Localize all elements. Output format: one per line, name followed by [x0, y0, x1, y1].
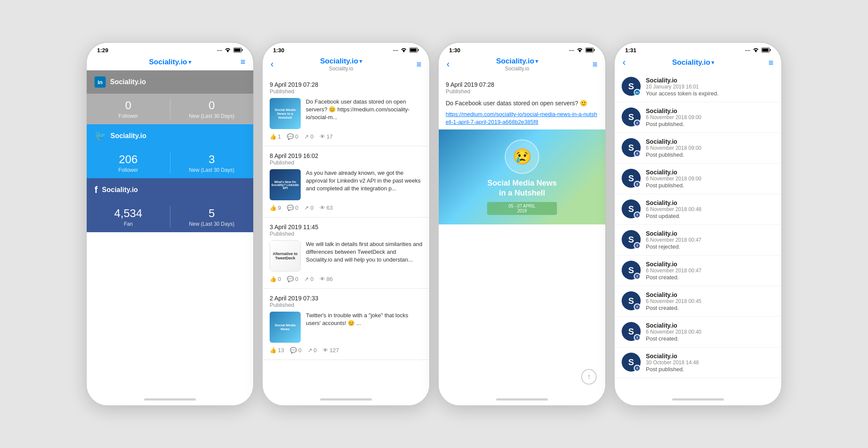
chevron-down-icon-1[interactable]: ▾	[189, 59, 191, 65]
status-time-4: 1:31	[625, 47, 636, 54]
notification-item-4[interactable]: S f Sociality.io 6 November 2018 00:48 P…	[615, 194, 781, 225]
post-item-0[interactable]: 9 April 2019 07:28 Published Social Medi…	[263, 75, 429, 146]
svg-rect-10	[770, 49, 771, 51]
post-comments-0: 💬0	[287, 133, 298, 140]
nav-title-4: Sociality.io ▾	[626, 58, 761, 67]
svg-rect-11	[762, 48, 769, 51]
chevron-down-icon-3[interactable]: ▾	[535, 58, 538, 64]
notification-item-2[interactable]: S f Sociality.io 6 November 2018 09:00 P…	[615, 133, 781, 164]
post-detail-date-badge: 05 - 07 APRIL2019	[487, 202, 557, 215]
post-detail-image-overlay: 😢 Social Media Newsin a Nutshell 05 - 07…	[439, 129, 605, 224]
comment-icon-0: 💬	[287, 133, 294, 140]
post-text-1: As you have already known, we got the ap…	[306, 169, 422, 193]
phone-4: 1:31 ···· ‹ Sociality.io ▾ ≡ S in	[614, 42, 782, 406]
post-thumb-1: What's New On Sociality? Linkedin API	[270, 169, 301, 200]
linkedin-name: Sociality.io	[110, 78, 146, 86]
back-button-4[interactable]: ‹	[623, 57, 626, 68]
chevron-down-icon-4[interactable]: ▾	[711, 60, 714, 66]
post-body-1: What's New On Sociality? Linkedin API As…	[270, 169, 422, 200]
like-icon-1: 👍	[270, 205, 277, 211]
post-actions-2: 👍0 💬0 ↗0 👁86	[270, 276, 422, 282]
notif-content-6: Sociality.io 6 November 2018 00:47 Post …	[646, 261, 701, 281]
facebook-icon: f	[94, 184, 97, 196]
back-button-3[interactable]: ‹	[447, 59, 450, 70]
hamburger-button-4[interactable]: ≡	[761, 58, 774, 68]
notif-avatar-5: S f	[622, 230, 641, 249]
nav-title-3: Sociality.io ▾ Sociality.io	[450, 57, 585, 72]
back-button-2[interactable]: ‹	[270, 59, 274, 70]
post-item-1[interactable]: 8 April 2019 16:02 Published What's New …	[263, 146, 429, 218]
post-comments-1: 💬0	[287, 205, 298, 211]
twitter-stat-followers: 206 Follower	[87, 148, 170, 178]
post-text-3: Twitter's in trouble with a "joke" that …	[306, 312, 422, 327]
notification-item-6[interactable]: S f Sociality.io 6 November 2018 00:47 P…	[615, 256, 781, 286]
notif-name-3: Sociality.io	[646, 169, 701, 176]
hamburger-button-1[interactable]: ≡	[233, 57, 245, 67]
notif-avatar-badge-5: f	[634, 242, 641, 249]
post-views-1: 👁63	[320, 205, 333, 211]
facebook-stats-row: 4,534 Fan 5 New (Last 30 Days)	[87, 202, 253, 232]
post-date-0: 9 April 2019 07:28	[270, 81, 422, 88]
facebook-section: f Sociality.io	[87, 178, 253, 202]
notif-name-4: Sociality.io	[646, 199, 701, 206]
notification-item-1[interactable]: S f Sociality.io 6 November 2018 09:00 P…	[615, 102, 781, 133]
post-thumb-2: Alternative to TweetDeck	[270, 240, 301, 271]
post-shares-1: ↗0	[304, 205, 313, 211]
status-time-2: 1:30	[273, 47, 284, 54]
like-icon-3: 👍	[270, 347, 277, 353]
eye-icon-2: 👁	[320, 276, 325, 282]
notif-avatar-badge-1: f	[634, 120, 641, 126]
notif-date-1: 6 November 2018 09:00	[646, 114, 701, 120]
nav-title-1: Sociality.io ▾	[107, 58, 233, 66]
notif-avatar-badge-0: in	[634, 89, 641, 96]
notif-avatar-8: S f	[622, 322, 641, 341]
svg-rect-7	[594, 49, 595, 51]
hamburger-button-2[interactable]: ≡	[409, 60, 421, 69]
sad-face-overlay: 😢	[505, 139, 539, 174]
facebook-stat-fans: 4,534 Fan	[87, 202, 170, 232]
status-icons-1: ····	[217, 47, 243, 54]
notif-text-9: Post published.	[646, 366, 699, 372]
notifications-list: S in Sociality.io 10 January 2019 16:01 …	[615, 72, 781, 378]
post-detail-text: Do Facebook user datas stored on open se…	[446, 99, 598, 108]
notif-avatar-badge-8: f	[634, 334, 641, 341]
notification-item-3[interactable]: S f Sociality.io 6 November 2018 09:00 P…	[615, 164, 781, 194]
post-body-0: Social Media News in a Nutshell Do Faceb…	[270, 98, 422, 129]
signal-icon-4: ····	[745, 48, 750, 53]
post-status-2: Published	[270, 230, 422, 237]
notif-avatar-badge-9: f	[634, 365, 641, 372]
notification-item-0[interactable]: S in Sociality.io 10 January 2019 16:01 …	[615, 72, 781, 102]
scroll-up-button[interactable]: ↑	[581, 369, 597, 385]
post-detail-link[interactable]: https://medium.com/sociality-io/social-m…	[446, 110, 598, 126]
notif-date-3: 6 November 2018 09:00	[646, 176, 701, 182]
status-bar-1: 1:29 ····	[87, 43, 253, 55]
battery-icon-1	[233, 47, 243, 54]
wifi-icon-4	[752, 47, 759, 54]
twitter-name: Sociality.io	[110, 132, 146, 140]
notif-text-6: Post created.	[646, 274, 701, 281]
post-detail-header: 9 April 2019 07:28 Published Do Facebook…	[439, 75, 605, 129]
hamburger-button-3[interactable]: ≡	[585, 60, 598, 69]
comment-icon-1: 💬	[287, 205, 294, 211]
wifi-icon-2	[400, 47, 407, 54]
notif-name-5: Sociality.io	[646, 230, 701, 237]
notif-text-7: Post created.	[646, 305, 701, 311]
share-icon-3: ↗	[308, 347, 312, 353]
notif-date-8: 6 November 2018 00:40	[646, 329, 701, 335]
post-item-2[interactable]: 3 April 2019 11:45 Published Alternative…	[263, 218, 429, 289]
like-icon-2: 👍	[270, 276, 277, 282]
notification-item-9[interactable]: S f Sociality.io 30 October 2018 14:48 P…	[615, 347, 781, 378]
notif-content-8: Sociality.io 6 November 2018 00:40 Post …	[646, 322, 701, 342]
notif-text-4: Post updated.	[646, 213, 701, 219]
notification-item-5[interactable]: S f Sociality.io 6 November 2018 00:47 P…	[615, 225, 781, 256]
post-likes-3: 👍13	[270, 347, 284, 353]
notification-item-8[interactable]: S f Sociality.io 6 November 2018 00:40 P…	[615, 317, 781, 347]
post-date-2: 3 April 2019 11:45	[270, 224, 422, 230]
facebook-name: Sociality.io	[102, 186, 138, 194]
battery-icon-4	[761, 47, 771, 54]
post-item-3[interactable]: 2 April 2019 07:33 Published Social Medi…	[263, 289, 429, 360]
notification-item-7[interactable]: S f Sociality.io 6 November 2018 00:45 P…	[615, 286, 781, 317]
post-body-3: Social Media News Twitter's in trouble w…	[270, 312, 422, 343]
wifi-icon-1	[224, 47, 231, 54]
chevron-down-icon-2[interactable]: ▾	[359, 58, 362, 64]
